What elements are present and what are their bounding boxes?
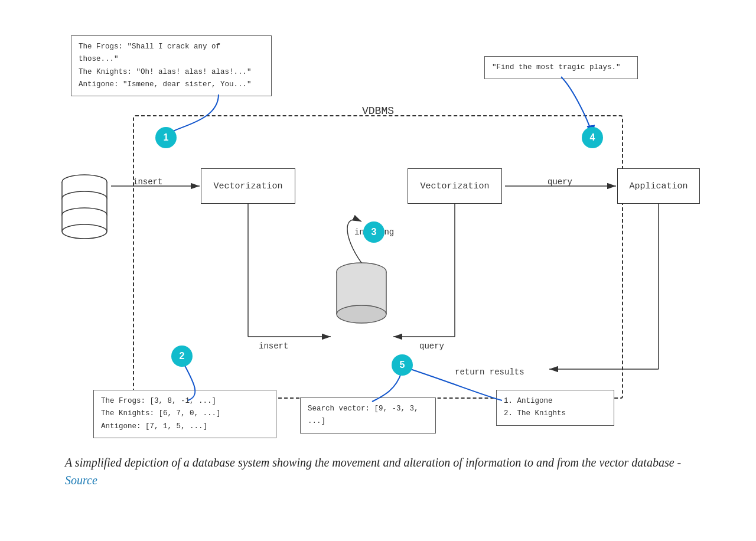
svg-point-12: [62, 224, 107, 239]
database-cylinder: [58, 165, 111, 250]
insert-bottom-label: insert: [259, 341, 288, 351]
diagram: VDBMS Vectorization Vectorization Applic…: [41, 18, 715, 443]
step-5-circle: 5: [392, 354, 413, 376]
step-1-circle: 1: [155, 127, 177, 148]
search-vector-text-box: Search vector: [9, -3, 3, ...]: [300, 397, 436, 434]
vector-db-cylinder: [332, 260, 391, 327]
vdbms-label: VDBMS: [133, 105, 623, 117]
vdbms-box: [133, 115, 623, 399]
step-2-circle: 2: [171, 346, 193, 367]
step-3-circle: 3: [363, 221, 384, 243]
query-text-box: "Find the most tragic plays.": [484, 56, 638, 79]
source-text-box: The Frogs: "Shall I crack any of those..…: [71, 35, 272, 96]
results-text-box: 1. Antigone 2. The Knights: [496, 390, 614, 426]
source-link[interactable]: Source: [65, 474, 97, 487]
step-4-circle: 4: [582, 127, 603, 148]
query-db-label: query: [419, 341, 444, 351]
caption: A simplified depiction of a database sys…: [65, 454, 691, 489]
insert-left-label: insert: [133, 177, 162, 187]
svg-point-17: [337, 305, 386, 323]
vectorization-right-box: Vectorization: [408, 168, 502, 204]
query-app-label: query: [548, 177, 572, 187]
vectorization-left-box: Vectorization: [201, 168, 295, 204]
return-results-label: return results: [455, 367, 524, 377]
application-box: Application: [617, 168, 700, 204]
vectors-text-box: The Frogs: [3, 8, -1, ...] The Knights: …: [93, 390, 276, 438]
